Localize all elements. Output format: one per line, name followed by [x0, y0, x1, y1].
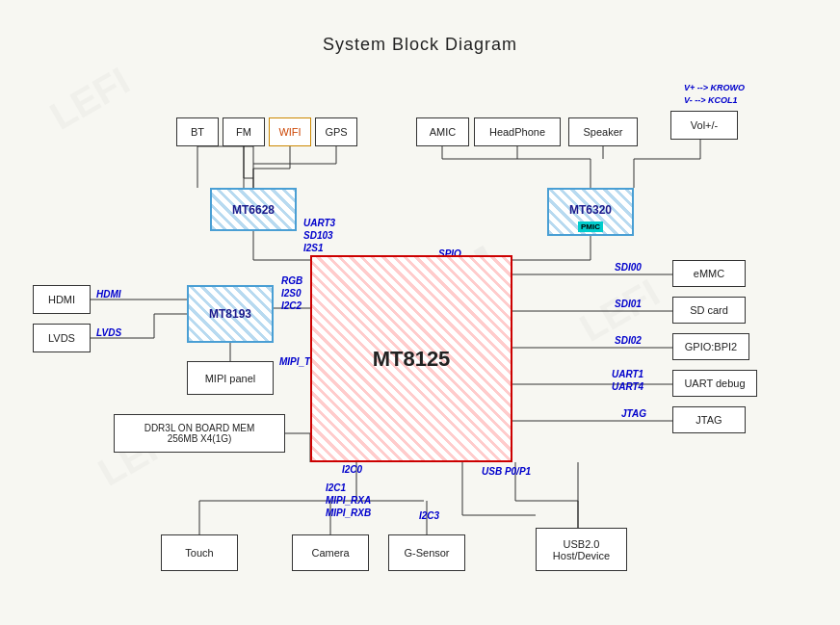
gsensor-label: G-Sensor [404, 547, 449, 559]
volpm-label: Vol+/- [691, 119, 718, 131]
volpm-box: Vol+/- [670, 111, 738, 140]
hdmi-box: HDMI [33, 285, 91, 314]
fm-label: FM [236, 126, 251, 138]
sdi02-label: SDI02 [615, 335, 642, 346]
camera-label: Camera [311, 547, 349, 559]
mt8193-box: MT8193 [187, 285, 274, 343]
i2c1-label: I2C1MIPI_RXAMIPI_RXB [326, 482, 371, 519]
mt8125-box: MT8125 [310, 255, 512, 462]
pmic-badge: PMIC [578, 221, 603, 232]
headphone-label: HeadPhone [489, 126, 545, 138]
uart-debug-label: UART debug [684, 378, 745, 389]
camera-box: Camera [292, 534, 369, 571]
mt8125-label: MT8125 [373, 347, 451, 372]
speaker-label: Speaker [584, 126, 623, 138]
mt6628-label: MT6628 [232, 203, 275, 217]
mt8193-label: MT8193 [209, 307, 251, 321]
uart14-label: UART1UART4 [612, 368, 643, 393]
jtag-label: JTAG [696, 414, 722, 426]
lvds-label: LVDS [48, 332, 75, 344]
sdi00-label: SDI00 [615, 262, 642, 273]
gps-box: GPS [315, 117, 357, 146]
headphone-box: HeadPhone [474, 117, 561, 146]
lvds-box: LVDS [33, 324, 91, 352]
gsensor-box: G-Sensor [388, 534, 465, 571]
mt6320-label: MT6320 [569, 203, 612, 217]
emmc-label: eMMC [694, 268, 724, 279]
fm-box: FM [223, 117, 265, 146]
mt6320-box: MT6320 PMIC [547, 188, 634, 236]
speaker-box: Speaker [568, 117, 638, 146]
rgb-label: RGBI2S0I2C2 [281, 274, 302, 312]
uart3-label: UART3SD103I2S1 [303, 217, 335, 254]
mt6628-box: MT6628 [210, 188, 297, 231]
jtag-box: JTAG [672, 406, 746, 433]
uart-debug-box: UART debug [672, 370, 757, 397]
touch-label: Touch [185, 547, 213, 559]
mipi-box: MIPI panel [187, 361, 274, 395]
gps-label: GPS [325, 126, 347, 138]
hdmi-label: HDMI [48, 294, 75, 305]
page-title: System Block Diagram [0, 17, 840, 55]
hdmi-conn-label: HDMI [96, 289, 121, 299]
ddr3l-label: DDR3L ON BOARD MEM256MB X4(1G) [144, 423, 255, 444]
emmc-box: eMMC [672, 260, 746, 287]
mipi-label: MIPI panel [205, 373, 256, 384]
amic-box: AMIC [416, 117, 469, 146]
bt-label: BT [191, 126, 204, 138]
touch-box: Touch [161, 534, 238, 571]
gpio-box: GPIO:BPI2 [672, 333, 749, 360]
usb20-label: USB2.0Host/Device [553, 538, 610, 561]
bt-box: BT [176, 117, 219, 146]
vplus-label: V+ --> KROWOV- --> KCOL1 [684, 82, 745, 106]
sdcard-label: SD card [690, 304, 728, 316]
sdcard-box: SD card [672, 297, 746, 324]
ddr3l-box: DDR3L ON BOARD MEM256MB X4(1G) [114, 414, 285, 453]
wifi-box: WIFI [269, 117, 311, 146]
usb-p0p1-label: USB P0/P1 [482, 466, 531, 477]
sdi01-label: SDI01 [615, 299, 642, 309]
amic-label: AMIC [430, 126, 457, 138]
jtag-conn-label: JTAG [621, 408, 646, 419]
i2c3-label: I2C3 [419, 510, 439, 521]
lvds-conn-label: LVDS [96, 327, 121, 338]
wifi-label: WIFI [278, 126, 301, 138]
i2c0-label: I2C0 [342, 464, 362, 475]
gpio-label: GPIO:BPI2 [685, 341, 737, 352]
usb20-box: USB2.0Host/Device [536, 528, 627, 571]
